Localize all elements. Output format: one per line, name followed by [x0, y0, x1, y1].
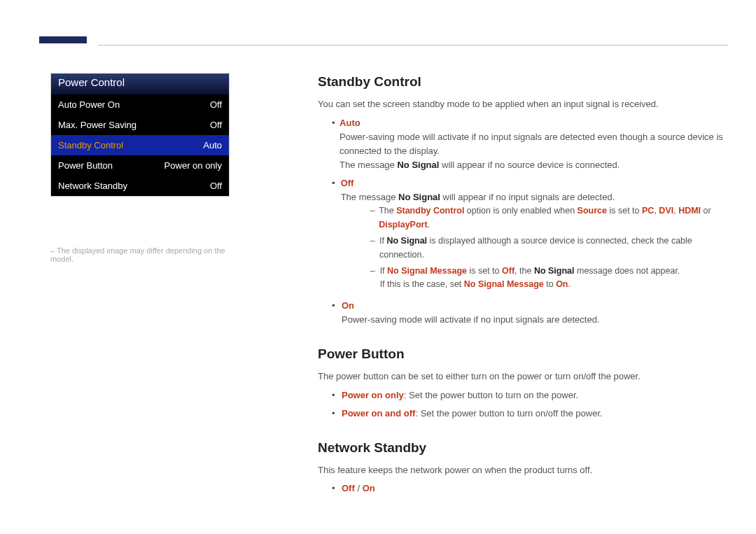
row-value: Auto: [203, 140, 222, 150]
row-label: Network Standby: [58, 181, 127, 191]
option-network-toggle: • Off / On: [332, 482, 724, 496]
option-label: Auto: [340, 118, 360, 128]
option-text: The message No Signal will appear if no …: [340, 160, 620, 170]
note-text: The Standby Control option is only enabl…: [379, 204, 724, 232]
option-power-on-only: • Power on only: Set the power button to…: [332, 388, 724, 402]
power-control-panel: Power Control Auto Power On Off Max. Pow…: [50, 73, 230, 197]
bullet-icon: •: [332, 116, 340, 173]
row-value: Power on only: [164, 160, 222, 171]
bullet-icon: •: [332, 176, 341, 295]
option-on: • On Power-saving mode will activate if …: [332, 299, 724, 327]
powerbtn-intro: The power button can be set to either tu…: [318, 370, 724, 384]
content-body: Standby Control You can set the screen s…: [318, 71, 724, 500]
option-auto: • Auto Power-saving mode will activate i…: [332, 116, 724, 173]
option-text: Power-saving mode will activate if no in…: [340, 132, 723, 156]
image-disclaimer: – The displayed image may differ dependi…: [50, 246, 239, 263]
bullet-icon: •: [332, 407, 342, 421]
page-rule: [98, 45, 728, 45]
heading-standby-control: Standby Control: [318, 71, 724, 92]
option-power-on-and-off: • Power on and off: Set the power button…: [332, 407, 724, 421]
page-accent: [39, 36, 87, 43]
note-text: If No Signal is displayed although a sou…: [379, 234, 724, 262]
heading-network-standby: Network Standby: [318, 437, 724, 458]
network-options: • Off / On: [332, 482, 724, 496]
note-text: If No Signal Message is set to Off, the …: [380, 265, 680, 292]
heading-power-button: Power Button: [318, 344, 724, 364]
dash-icon: –: [370, 204, 379, 232]
dash-icon: –: [370, 234, 379, 262]
option-label: Off: [341, 178, 354, 188]
row-label: Max. Power Saving: [58, 120, 136, 130]
option-text: The message No Signal will appear if no …: [341, 192, 615, 202]
row-standby-control[interactable]: Standby Control Auto: [51, 135, 229, 155]
bullet-icon: •: [332, 299, 342, 327]
row-auto-power-on[interactable]: Auto Power On Off: [51, 94, 229, 115]
standby-options: • Auto Power-saving mode will activate i…: [332, 116, 724, 327]
option-notes: – The Standby Control option is only ena…: [370, 204, 724, 291]
option-text: Power-saving mode will activate if no in…: [342, 314, 600, 325]
row-value: Off: [210, 120, 222, 130]
standby-intro: You can set the screen standby mode to b…: [318, 97, 724, 111]
row-value: Off: [210, 99, 222, 110]
option-text: Off / On: [342, 482, 375, 496]
bullet-icon: •: [332, 482, 342, 496]
panel-title: Power Control: [51, 73, 229, 94]
row-label: Standby Control: [58, 140, 123, 150]
option-label: On: [342, 300, 354, 311]
option-text: Power on only: Set the power button to t…: [342, 388, 578, 402]
dash-icon: –: [370, 265, 380, 292]
row-network-standby[interactable]: Network Standby Off: [51, 176, 229, 196]
row-label: Auto Power On: [58, 99, 120, 110]
option-text: Power on and off: Set the power button t…: [342, 407, 603, 421]
powerbtn-options: • Power on only: Set the power button to…: [332, 388, 724, 421]
option-off: • Off The message No Signal will appear …: [332, 176, 724, 295]
network-intro: This feature keeps the network power on …: [318, 463, 724, 477]
row-label: Power Button: [58, 160, 113, 171]
row-value: Off: [210, 181, 222, 191]
bullet-icon: •: [332, 388, 342, 402]
row-max-power-saving[interactable]: Max. Power Saving Off: [51, 115, 229, 135]
row-power-button[interactable]: Power Button Power on only: [51, 155, 229, 176]
